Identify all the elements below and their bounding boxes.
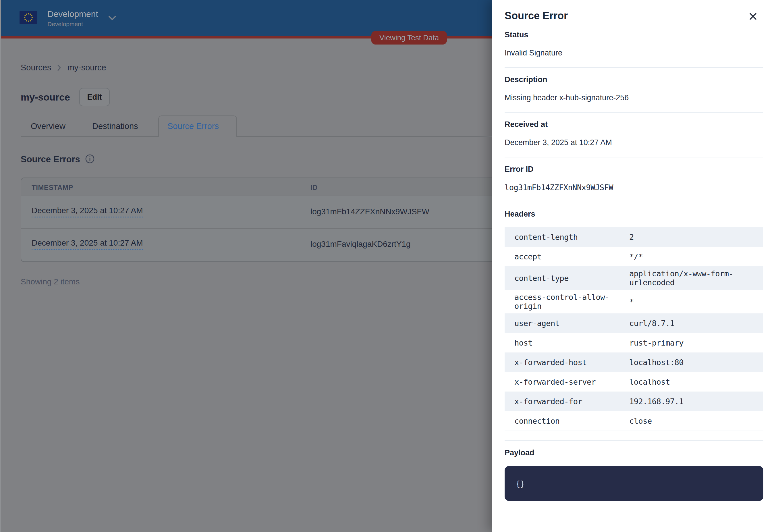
header-key: x-forwarded-server [514,377,629,386]
source-error-drawer: Source Error Status Invalid Signature De… [492,0,776,532]
divider [505,112,763,113]
field-value-received-at: December 3, 2025 at 10:27 AM [505,138,763,147]
field-value-status: Invalid Signature [505,48,763,57]
timestamp-link[interactable]: December 3, 2025 at 10:27 AM [32,206,143,217]
divider [505,67,763,68]
field-label-description: Description [505,75,763,84]
headers-section-label: Headers [505,210,763,219]
test-mode-badge: Viewing Test Data [371,31,447,44]
header-key: access-control-allow-origin [514,293,629,311]
breadcrumb-sources-link[interactable]: Sources [21,63,51,72]
field-label-received-at: Received at [505,120,763,129]
divider [505,430,763,431]
header-key: host [514,338,629,347]
header-key: content-length [514,233,629,241]
payload-value: {} [516,479,525,488]
header-key: content-type [514,274,629,283]
tab-source-errors[interactable]: Source Errors [167,122,219,131]
field-value-description: Missing header x-hub-signature-256 [505,94,763,102]
header-row: connection close [505,411,763,430]
header-value: rust-primary [629,338,755,347]
headers-table: content-length 2 accept */* content-type… [505,227,763,430]
header-row: x-forwarded-for 192.168.97.1 [505,391,763,411]
main-page: Development Development Viewing Test Dat… [0,0,492,532]
divider [505,202,763,202]
left-edge-divider [0,0,1,532]
header-key: x-forwarded-for [514,397,629,406]
header-row: accept */* [505,247,763,266]
header-value: application/x-www-form-urlencoded [629,269,755,287]
header-row: access-control-allow-origin * [505,290,763,313]
header-value: localhost:80 [629,358,755,367]
page-title-row: my-source Edit [21,88,110,106]
header-value: 192.168.97.1 [629,397,755,406]
close-icon [749,12,757,22]
header-value: close [629,416,755,425]
close-button[interactable] [747,10,759,23]
header-key: connection [514,416,629,425]
breadcrumb: Sources my-source [21,63,106,72]
error-id-cell: log31mFb14ZZFXnNNx9WJSFW [311,207,429,216]
header-value: */* [629,252,755,261]
breadcrumb-current-page: my-source [67,63,106,72]
edit-button[interactable]: Edit [79,88,110,106]
header-row: content-length 2 [505,227,763,247]
column-header-id: ID [311,184,318,192]
workspace-name[interactable]: Development [47,9,98,19]
header-value: curl/8.7.1 [629,319,755,328]
tab-destinations[interactable]: Destinations [92,122,138,131]
tab-overview[interactable]: Overview [31,122,65,131]
workspace-logo-eu-flag-icon [19,11,37,24]
table-header-row: TIMESTAMP ID [21,178,492,196]
timestamp-link[interactable]: December 3, 2025 at 10:27 AM [32,238,143,250]
header-row: x-forwarded-host localhost:80 [505,352,763,372]
header-value: 2 [629,233,755,241]
divider [505,157,763,157]
chevron-right-icon [57,64,61,71]
drawer-header: Source Error [505,0,763,23]
header-value: * [629,297,755,306]
field-value-error-id: log31mFb14ZZFXnNNx9WJSFW [505,183,763,192]
workspace-env-label: Development [47,21,83,28]
table-row[interactable]: December 3, 2025 at 10:27 AM log31mFaviq… [21,229,492,261]
screen: Development Development Viewing Test Dat… [0,0,776,532]
header-key: user-agent [514,319,629,328]
info-icon[interactable] [85,154,95,165]
tab-bar-divider [21,136,492,137]
payload-section-label: Payload [505,449,763,457]
header-row: content-type application/x-www-form-urle… [505,266,763,290]
header-row: x-forwarded-server localhost [505,372,763,391]
header-row: user-agent curl/8.7.1 [505,313,763,333]
section-header: Source Errors [21,154,95,165]
header-key: x-forwarded-host [514,358,629,367]
drawer-title: Source Error [505,10,568,22]
table-row[interactable]: December 3, 2025 at 10:27 AM log31mFb14Z… [21,196,492,229]
drawer-fields: Status Invalid Signature Description Mis… [505,30,763,501]
page-title: my-source [21,92,70,103]
tab-bar: Overview Destinations Source Errors [0,116,492,137]
field-label-status: Status [505,30,763,39]
section-title: Source Errors [21,154,80,165]
chevron-down-icon[interactable] [108,14,117,22]
header-value: localhost [629,377,755,386]
divider [505,440,763,441]
source-errors-table: TIMESTAMP ID December 3, 2025 at 10:27 A… [21,178,492,262]
header-key: accept [514,252,629,261]
header-row: host rust-primary [505,333,763,352]
field-label-error-id: Error ID [505,165,763,174]
error-id-cell: log31mFaviqlagaKD6zrtY1g [311,239,411,249]
payload-code-block: {} [505,466,763,501]
column-header-timestamp: TIMESTAMP [32,184,73,192]
items-count: Showing 2 items [21,277,79,287]
